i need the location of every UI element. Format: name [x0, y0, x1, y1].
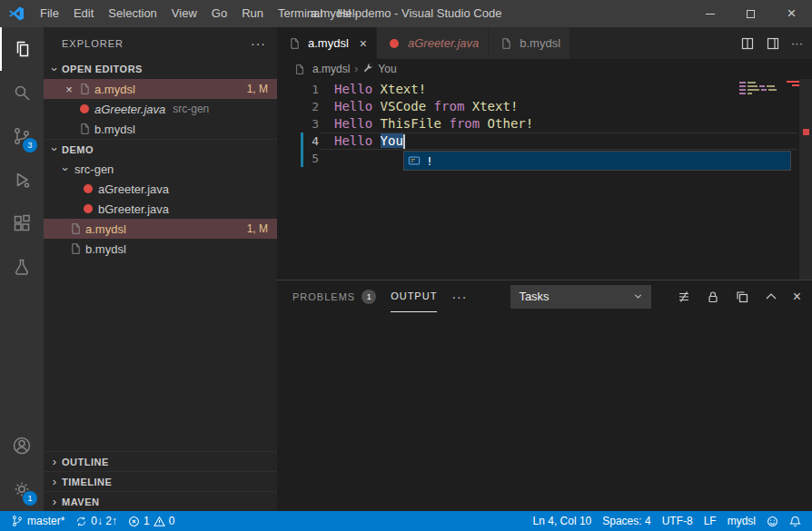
- more-panel-tabs-icon[interactable]: ···: [451, 290, 467, 304]
- layout-icon[interactable]: [766, 36, 780, 51]
- text-cursor: [403, 134, 405, 149]
- activity-accounts[interactable]: [0, 424, 44, 467]
- tab-bmydsl[interactable]: b.mydsl: [489, 27, 570, 59]
- tree-file-bgreeter[interactable]: bGreeter.java: [44, 199, 277, 219]
- explorer-sidebar: EXPLORER ··· › OPEN EDITORS × a.mydsl 1,…: [44, 27, 277, 511]
- close-icon[interactable]: ×: [360, 36, 367, 51]
- chevron-down-icon: ›: [59, 162, 73, 176]
- section-outline[interactable]: › OUTLINE: [44, 451, 277, 471]
- indentation[interactable]: Spaces: 4: [597, 511, 656, 531]
- status-bar: master* 0↓ 2↑ 1 0 Ln 4, Col 10 Spaces: 4…: [0, 511, 812, 531]
- tab-problems[interactable]: PROBLEMS 1: [292, 280, 376, 312]
- file-icon: [67, 222, 84, 235]
- activity-run-debug[interactable]: [0, 158, 44, 202]
- more-actions-icon[interactable]: ···: [251, 36, 266, 51]
- output-content[interactable]: [277, 312, 812, 511]
- tab-output[interactable]: OUTPUT: [391, 280, 437, 312]
- code-line[interactable]: 1 Hello Xtext!: [277, 81, 812, 98]
- activity-search[interactable]: [0, 71, 44, 114]
- manage-badge: 1: [23, 491, 37, 506]
- clear-output-icon[interactable]: [677, 290, 691, 304]
- breadcrumb-file[interactable]: a.mydsl: [312, 63, 350, 75]
- tree-file-bmydsl[interactable]: b.mydsl: [44, 239, 277, 259]
- code-editor[interactable]: 1 Hello Xtext! 2 Hello VSCode from Xtext…: [277, 79, 812, 280]
- breadcrumb-symbol[interactable]: You: [378, 63, 396, 75]
- menu-file[interactable]: File: [33, 0, 66, 27]
- scrollbar[interactable]: [799, 79, 812, 280]
- split-editor-icon[interactable]: [740, 36, 755, 51]
- lock-icon[interactable]: [706, 290, 720, 304]
- menu-selection[interactable]: Selection: [101, 0, 163, 27]
- section-timeline[interactable]: › TIMELINE: [44, 471, 277, 491]
- minimap-error-decoration: [792, 84, 799, 86]
- tree-file-agreeter[interactable]: aGreeter.java: [44, 179, 277, 199]
- open-editor-item-bmydsl[interactable]: b.mydsl: [44, 119, 277, 139]
- close-icon[interactable]: ×: [62, 83, 76, 96]
- code-line[interactable]: 3 Hello ThisFile from Other!: [277, 115, 812, 133]
- code-line-current[interactable]: 4 Hello You: [277, 133, 812, 150]
- file-icon: [292, 64, 308, 75]
- open-editor-item-amydsl[interactable]: × a.mydsl 1, M: [44, 79, 277, 99]
- activity-source-control[interactable]: 3: [0, 114, 44, 158]
- scm-badge: 3: [23, 138, 37, 152]
- open-editor-item-agreeter[interactable]: aGreeter.java src-gen: [44, 99, 277, 119]
- chevron-right-icon: ›: [47, 455, 62, 468]
- error-icon: [128, 516, 140, 527]
- vscode-logo-icon: [0, 6, 33, 21]
- menu-view[interactable]: View: [164, 0, 204, 27]
- tree-file-amydsl[interactable]: a.mydsl 1, M: [44, 219, 277, 239]
- window-title: a.mydsl - demo - Visual Studio Code: [311, 0, 502, 27]
- suggest-widget: !: [403, 151, 791, 171]
- more-actions-icon[interactable]: ···: [791, 36, 803, 50]
- activity-testing[interactable]: [0, 245, 44, 289]
- open-editors-header[interactable]: › OPEN EDITORS: [44, 59, 277, 79]
- suggest-item[interactable]: !: [404, 152, 790, 170]
- feedback-button[interactable]: [761, 511, 784, 531]
- extensions-icon: [11, 212, 33, 234]
- line-number: 2: [312, 98, 319, 115]
- modified-badge: 1, M: [247, 83, 277, 95]
- title-bar: File Edit Selection View Go Run Terminal…: [0, 0, 812, 27]
- tab-amydsl[interactable]: a.mydsl ×: [277, 27, 377, 59]
- editor-area: a.mydsl × aGreeter.java b.mydsl ···: [277, 27, 812, 511]
- eol-sequence[interactable]: LF: [698, 511, 722, 531]
- tab-agreeter[interactable]: aGreeter.java: [377, 27, 489, 59]
- account-icon: [11, 435, 33, 457]
- branch-indicator[interactable]: master*: [5, 511, 70, 531]
- maximize-button[interactable]: [730, 0, 771, 27]
- close-window-button[interactable]: ×: [771, 0, 812, 27]
- sync-icon: [75, 516, 87, 527]
- file-icon: [67, 242, 84, 255]
- language-mode[interactable]: mydsl: [722, 511, 761, 531]
- file-icon: [498, 37, 514, 50]
- git-branch-icon: [11, 515, 24, 527]
- menu-run[interactable]: Run: [234, 0, 271, 27]
- line-number: 3: [312, 115, 319, 133]
- maximize-panel-icon[interactable]: [764, 290, 778, 304]
- open-in-editor-icon[interactable]: [735, 290, 749, 304]
- minimize-button[interactable]: [689, 0, 730, 27]
- code-line[interactable]: 2 Hello VSCode from Xtext!: [277, 98, 812, 115]
- minimap[interactable]: [739, 79, 799, 280]
- problems-indicator[interactable]: 1 0: [123, 511, 180, 531]
- file-description: src-gen: [173, 103, 209, 115]
- files-icon: [12, 38, 34, 60]
- activity-extensions[interactable]: [0, 202, 44, 245]
- section-maven[interactable]: › MAVEN: [44, 491, 277, 511]
- close-panel-icon[interactable]: ×: [793, 289, 801, 305]
- beaker-icon: [11, 256, 33, 278]
- editor-actions: ···: [731, 27, 812, 59]
- line-number: 5: [312, 150, 319, 167]
- menu-go[interactable]: Go: [204, 0, 234, 27]
- activity-manage[interactable]: 1: [0, 467, 44, 511]
- activity-explorer[interactable]: [0, 27, 44, 71]
- cursor-position[interactable]: Ln 4, Col 10: [528, 511, 598, 531]
- encoding[interactable]: UTF-8: [657, 511, 698, 531]
- folder-section-header[interactable]: › DEMO: [44, 139, 277, 159]
- suggestion-kind-icon: [408, 154, 421, 167]
- menu-edit[interactable]: Edit: [66, 0, 101, 27]
- tree-folder-srcgen[interactable]: › src-gen: [44, 159, 277, 179]
- output-channel-select[interactable]: Tasks: [510, 285, 651, 309]
- sync-indicator[interactable]: 0↓ 2↑: [70, 511, 123, 531]
- notifications-button[interactable]: [784, 511, 807, 531]
